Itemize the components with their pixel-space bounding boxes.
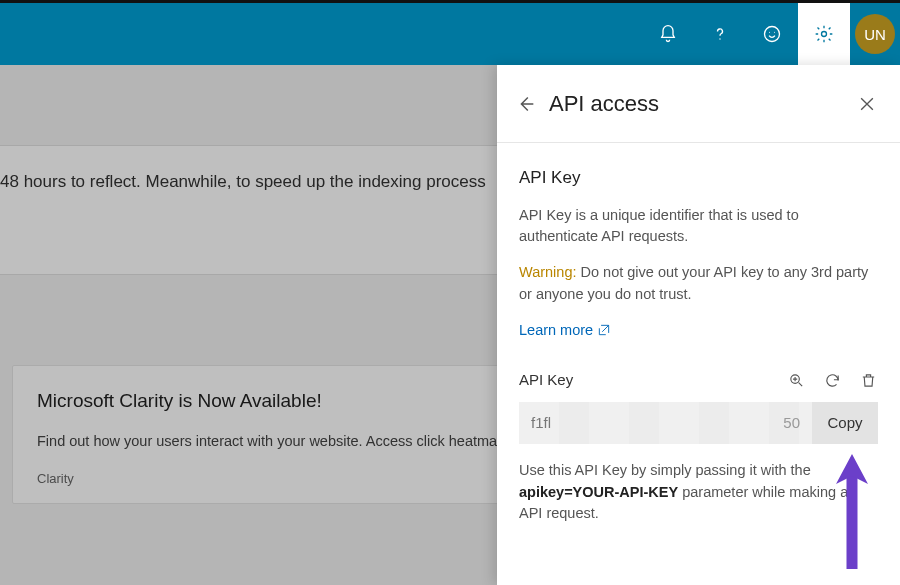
usage-instructions: Use this API Key by simply passing it wi… [519, 460, 878, 525]
notifications-icon[interactable] [642, 3, 694, 65]
copy-button-label: Copy [827, 412, 862, 435]
feedback-smiley-icon[interactable] [746, 3, 798, 65]
usage-param: apikey=YOUR-API-KEY [519, 484, 678, 500]
help-icon[interactable] [694, 3, 746, 65]
clarity-card-brand: Clarity [37, 471, 74, 486]
warning-label: Warning: [519, 264, 576, 280]
close-button[interactable] [852, 94, 882, 114]
app-header: UN [0, 3, 900, 65]
api-key-value: f1fl 50 [519, 402, 812, 444]
warning-text: Warning: Do not give out your API key to… [519, 262, 878, 306]
avatar-initials: UN [855, 14, 895, 54]
svg-point-4 [822, 32, 827, 37]
api-key-box: f1fl 50 Copy [519, 402, 878, 444]
info-banner-text: 48 hours to reflect. Meanwhile, to speed… [0, 172, 486, 192]
delete-key-icon[interactable] [858, 371, 878, 391]
svg-point-1 [765, 27, 780, 42]
api-key-suffix: 50 [783, 412, 800, 435]
copy-button[interactable]: Copy [812, 402, 878, 444]
panel-title: API access [541, 91, 852, 117]
user-avatar[interactable]: UN [850, 3, 900, 65]
settings-gear-icon[interactable] [798, 3, 850, 65]
api-key-prefix: f1fl [531, 412, 551, 435]
learn-more-link[interactable]: Learn more [519, 320, 611, 342]
back-button[interactable] [511, 93, 541, 115]
svg-point-3 [774, 32, 775, 33]
zoom-key-icon[interactable] [786, 371, 806, 391]
regenerate-key-icon[interactable] [822, 371, 842, 391]
section-heading: API Key [519, 165, 878, 191]
api-key-label: API Key [519, 369, 573, 392]
learn-more-label: Learn more [519, 320, 593, 342]
svg-point-0 [719, 38, 720, 39]
usage-pre: Use this API Key by simply passing it wi… [519, 462, 811, 478]
api-access-panel: API access API Key API Key is a unique i… [497, 65, 900, 585]
svg-point-2 [769, 32, 770, 33]
section-description: API Key is a unique identifier that is u… [519, 205, 878, 249]
